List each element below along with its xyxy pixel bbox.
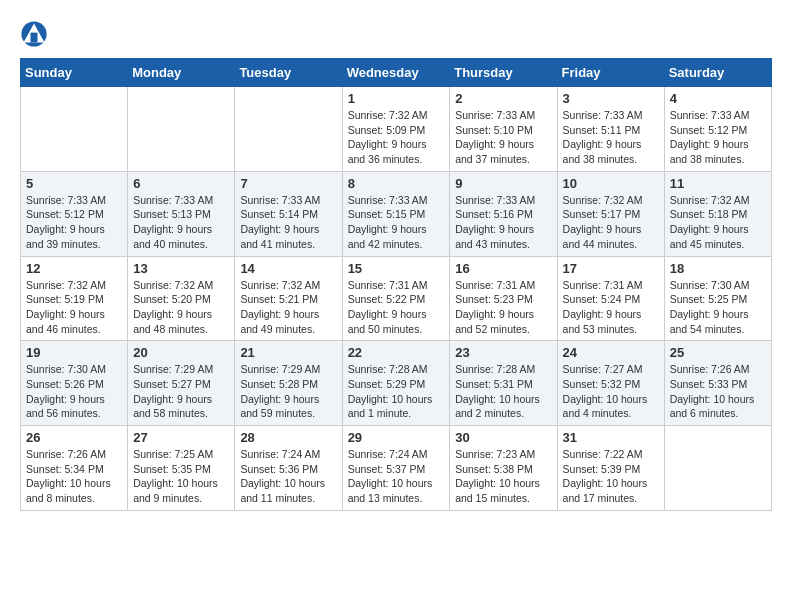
- calendar-cell: 7Sunrise: 7:33 AM Sunset: 5:14 PM Daylig…: [235, 171, 342, 256]
- header-day: Thursday: [450, 59, 557, 87]
- calendar-cell: 13Sunrise: 7:32 AM Sunset: 5:20 PM Dayli…: [128, 256, 235, 341]
- header-day: Saturday: [664, 59, 771, 87]
- calendar-cell: 31Sunrise: 7:22 AM Sunset: 5:39 PM Dayli…: [557, 426, 664, 511]
- calendar-cell: 29Sunrise: 7:24 AM Sunset: 5:37 PM Dayli…: [342, 426, 450, 511]
- calendar-cell: [235, 87, 342, 172]
- header-day: Monday: [128, 59, 235, 87]
- day-number: 30: [455, 430, 551, 445]
- day-info: Sunrise: 7:31 AM Sunset: 5:24 PM Dayligh…: [563, 278, 659, 337]
- day-info: Sunrise: 7:33 AM Sunset: 5:11 PM Dayligh…: [563, 108, 659, 167]
- svg-rect-2: [31, 33, 38, 43]
- day-number: 18: [670, 261, 766, 276]
- day-info: Sunrise: 7:24 AM Sunset: 5:37 PM Dayligh…: [348, 447, 445, 506]
- day-number: 22: [348, 345, 445, 360]
- day-info: Sunrise: 7:33 AM Sunset: 5:10 PM Dayligh…: [455, 108, 551, 167]
- calendar-cell: 17Sunrise: 7:31 AM Sunset: 5:24 PM Dayli…: [557, 256, 664, 341]
- day-info: Sunrise: 7:27 AM Sunset: 5:32 PM Dayligh…: [563, 362, 659, 421]
- day-number: 2: [455, 91, 551, 106]
- calendar-cell: 9Sunrise: 7:33 AM Sunset: 5:16 PM Daylig…: [450, 171, 557, 256]
- calendar-cell: 21Sunrise: 7:29 AM Sunset: 5:28 PM Dayli…: [235, 341, 342, 426]
- header-day: Wednesday: [342, 59, 450, 87]
- day-number: 3: [563, 91, 659, 106]
- calendar-cell: 12Sunrise: 7:32 AM Sunset: 5:19 PM Dayli…: [21, 256, 128, 341]
- day-info: Sunrise: 7:33 AM Sunset: 5:13 PM Dayligh…: [133, 193, 229, 252]
- calendar-cell: 25Sunrise: 7:26 AM Sunset: 5:33 PM Dayli…: [664, 341, 771, 426]
- day-number: 6: [133, 176, 229, 191]
- day-info: Sunrise: 7:33 AM Sunset: 5:12 PM Dayligh…: [670, 108, 766, 167]
- day-info: Sunrise: 7:25 AM Sunset: 5:35 PM Dayligh…: [133, 447, 229, 506]
- day-info: Sunrise: 7:31 AM Sunset: 5:22 PM Dayligh…: [348, 278, 445, 337]
- calendar-cell: 8Sunrise: 7:33 AM Sunset: 5:15 PM Daylig…: [342, 171, 450, 256]
- calendar-week-row: 12Sunrise: 7:32 AM Sunset: 5:19 PM Dayli…: [21, 256, 772, 341]
- day-number: 9: [455, 176, 551, 191]
- calendar-cell: 1Sunrise: 7:32 AM Sunset: 5:09 PM Daylig…: [342, 87, 450, 172]
- calendar-table: SundayMondayTuesdayWednesdayThursdayFrid…: [20, 58, 772, 511]
- day-info: Sunrise: 7:32 AM Sunset: 5:20 PM Dayligh…: [133, 278, 229, 337]
- day-number: 28: [240, 430, 336, 445]
- page-header: [20, 20, 772, 48]
- calendar-week-row: 1Sunrise: 7:32 AM Sunset: 5:09 PM Daylig…: [21, 87, 772, 172]
- day-info: Sunrise: 7:29 AM Sunset: 5:27 PM Dayligh…: [133, 362, 229, 421]
- calendar-cell: 22Sunrise: 7:28 AM Sunset: 5:29 PM Dayli…: [342, 341, 450, 426]
- day-info: Sunrise: 7:33 AM Sunset: 5:12 PM Dayligh…: [26, 193, 122, 252]
- day-number: 27: [133, 430, 229, 445]
- calendar-cell: 30Sunrise: 7:23 AM Sunset: 5:38 PM Dayli…: [450, 426, 557, 511]
- day-info: Sunrise: 7:32 AM Sunset: 5:18 PM Dayligh…: [670, 193, 766, 252]
- day-info: Sunrise: 7:30 AM Sunset: 5:26 PM Dayligh…: [26, 362, 122, 421]
- logo-icon: [20, 20, 48, 48]
- calendar-cell: 15Sunrise: 7:31 AM Sunset: 5:22 PM Dayli…: [342, 256, 450, 341]
- calendar-cell: 23Sunrise: 7:28 AM Sunset: 5:31 PM Dayli…: [450, 341, 557, 426]
- day-info: Sunrise: 7:32 AM Sunset: 5:17 PM Dayligh…: [563, 193, 659, 252]
- day-number: 4: [670, 91, 766, 106]
- calendar-cell: [128, 87, 235, 172]
- calendar-week-row: 19Sunrise: 7:30 AM Sunset: 5:26 PM Dayli…: [21, 341, 772, 426]
- day-number: 25: [670, 345, 766, 360]
- day-info: Sunrise: 7:32 AM Sunset: 5:21 PM Dayligh…: [240, 278, 336, 337]
- day-number: 17: [563, 261, 659, 276]
- day-number: 11: [670, 176, 766, 191]
- day-number: 26: [26, 430, 122, 445]
- day-number: 23: [455, 345, 551, 360]
- calendar-cell: [664, 426, 771, 511]
- day-info: Sunrise: 7:28 AM Sunset: 5:29 PM Dayligh…: [348, 362, 445, 421]
- day-number: 19: [26, 345, 122, 360]
- day-number: 5: [26, 176, 122, 191]
- calendar-cell: 20Sunrise: 7:29 AM Sunset: 5:27 PM Dayli…: [128, 341, 235, 426]
- calendar-cell: 27Sunrise: 7:25 AM Sunset: 5:35 PM Dayli…: [128, 426, 235, 511]
- day-info: Sunrise: 7:32 AM Sunset: 5:09 PM Dayligh…: [348, 108, 445, 167]
- calendar-cell: 28Sunrise: 7:24 AM Sunset: 5:36 PM Dayli…: [235, 426, 342, 511]
- day-number: 20: [133, 345, 229, 360]
- calendar-cell: 24Sunrise: 7:27 AM Sunset: 5:32 PM Dayli…: [557, 341, 664, 426]
- day-info: Sunrise: 7:29 AM Sunset: 5:28 PM Dayligh…: [240, 362, 336, 421]
- calendar-header: SundayMondayTuesdayWednesdayThursdayFrid…: [21, 59, 772, 87]
- day-info: Sunrise: 7:30 AM Sunset: 5:25 PM Dayligh…: [670, 278, 766, 337]
- calendar-cell: 16Sunrise: 7:31 AM Sunset: 5:23 PM Dayli…: [450, 256, 557, 341]
- day-number: 13: [133, 261, 229, 276]
- calendar-cell: 5Sunrise: 7:33 AM Sunset: 5:12 PM Daylig…: [21, 171, 128, 256]
- calendar-cell: 18Sunrise: 7:30 AM Sunset: 5:25 PM Dayli…: [664, 256, 771, 341]
- logo: [20, 20, 52, 48]
- header-day: Tuesday: [235, 59, 342, 87]
- day-info: Sunrise: 7:28 AM Sunset: 5:31 PM Dayligh…: [455, 362, 551, 421]
- day-number: 24: [563, 345, 659, 360]
- day-number: 10: [563, 176, 659, 191]
- calendar-cell: 2Sunrise: 7:33 AM Sunset: 5:10 PM Daylig…: [450, 87, 557, 172]
- day-number: 8: [348, 176, 445, 191]
- day-number: 16: [455, 261, 551, 276]
- header-day: Friday: [557, 59, 664, 87]
- calendar-cell: 11Sunrise: 7:32 AM Sunset: 5:18 PM Dayli…: [664, 171, 771, 256]
- day-number: 14: [240, 261, 336, 276]
- day-info: Sunrise: 7:33 AM Sunset: 5:16 PM Dayligh…: [455, 193, 551, 252]
- header-day: Sunday: [21, 59, 128, 87]
- calendar-cell: 14Sunrise: 7:32 AM Sunset: 5:21 PM Dayli…: [235, 256, 342, 341]
- day-number: 31: [563, 430, 659, 445]
- day-number: 15: [348, 261, 445, 276]
- calendar-cell: [21, 87, 128, 172]
- calendar-week-row: 5Sunrise: 7:33 AM Sunset: 5:12 PM Daylig…: [21, 171, 772, 256]
- day-number: 21: [240, 345, 336, 360]
- calendar-week-row: 26Sunrise: 7:26 AM Sunset: 5:34 PM Dayli…: [21, 426, 772, 511]
- day-info: Sunrise: 7:31 AM Sunset: 5:23 PM Dayligh…: [455, 278, 551, 337]
- header-row: SundayMondayTuesdayWednesdayThursdayFrid…: [21, 59, 772, 87]
- calendar-cell: 10Sunrise: 7:32 AM Sunset: 5:17 PM Dayli…: [557, 171, 664, 256]
- day-info: Sunrise: 7:33 AM Sunset: 5:14 PM Dayligh…: [240, 193, 336, 252]
